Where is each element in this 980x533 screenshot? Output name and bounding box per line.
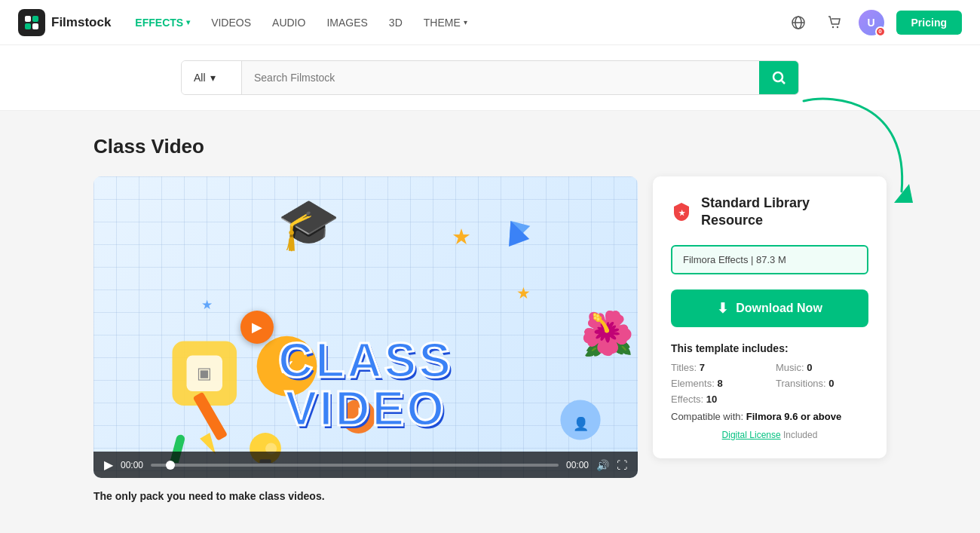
progress-dot xyxy=(166,461,175,470)
effects-item: Effects: 10 xyxy=(671,394,868,405)
video-controls: ▶ 00:00 00:00 🔊 ⛶ xyxy=(93,452,638,478)
main-content: Class Video 🎓 ▣ ✓ ★ ★ xyxy=(75,111,905,526)
nav-videos[interactable]: VIDEOS xyxy=(211,17,251,29)
svg-rect-1 xyxy=(32,16,38,22)
right-panel: ★ Standard Library Resource Filmora Effe… xyxy=(653,176,887,458)
svg-rect-13 xyxy=(187,356,223,392)
play-button[interactable]: ▶ xyxy=(104,458,113,472)
template-grid: Titles: 7 Music: 0 Elements: 8 Transitio… xyxy=(671,362,868,389)
svg-point-9 xyxy=(773,72,782,81)
theme-arrow-icon: ▾ xyxy=(464,18,467,26)
page-title: Class Video xyxy=(93,135,887,158)
svg-text:★: ★ xyxy=(452,225,471,249)
nav-images[interactable]: IMAGES xyxy=(326,17,367,29)
svg-marker-46 xyxy=(894,184,913,203)
svg-rect-22 xyxy=(193,392,228,441)
svg-rect-2 xyxy=(25,23,31,29)
digital-license-link[interactable]: Digital License xyxy=(722,430,781,440)
svg-text:▣: ▣ xyxy=(197,364,212,381)
license-included-text: Included xyxy=(783,430,817,440)
arrow-decoration xyxy=(789,86,924,222)
nav-audio[interactable]: AUDIO xyxy=(272,17,305,29)
download-button[interactable]: ⬇ Download Now xyxy=(671,289,868,327)
svg-text:★: ★ xyxy=(201,298,213,312)
download-icon: ⬇ xyxy=(717,300,728,317)
svg-line-10 xyxy=(782,81,785,84)
play-overlay-icon: ▶ xyxy=(240,311,274,344)
template-includes: This template includes: Titles: 7 Music:… xyxy=(671,342,868,440)
progress-bar[interactable] xyxy=(151,464,559,467)
elements-item: Elements: 8 xyxy=(671,378,764,389)
svg-point-36 xyxy=(560,400,600,440)
svg-text:👤: 👤 xyxy=(573,416,590,432)
time-total: 00:00 xyxy=(566,460,589,470)
video-thumbnail: 🎓 ▣ ✓ ★ ★ ★ xyxy=(93,176,638,478)
avatar-wrap[interactable]: U 0 xyxy=(859,10,884,35)
nav-effects[interactable]: EFFECTS ▾ xyxy=(135,17,190,29)
content-area: 🎓 ▣ ✓ ★ ★ ★ xyxy=(93,176,887,478)
nav: EFFECTS ▾ VIDEOS AUDIO IMAGES 3D THEME ▾ xyxy=(135,17,786,29)
logo-text: Filmstock xyxy=(51,15,111,30)
select-arrow-icon: ▾ xyxy=(210,72,216,84)
license-area: Digital License Included xyxy=(671,430,868,440)
nav-3d[interactable]: 3D xyxy=(389,17,403,29)
includes-title: This template includes: xyxy=(671,342,868,354)
nav-theme[interactable]: THEME ▾ xyxy=(424,17,467,29)
pricing-button[interactable]: Pricing xyxy=(896,11,962,35)
svg-rect-0 xyxy=(25,16,31,22)
logo[interactable]: Filmstock xyxy=(18,9,111,36)
svg-text:🎓: 🎓 xyxy=(277,195,340,254)
compat-item: Compatible with: Filmora 9.6 or above xyxy=(671,411,868,422)
svg-point-8 xyxy=(836,26,838,27)
video-panel: 🎓 ▣ ✓ ★ ★ ★ xyxy=(93,176,638,478)
search-bar: All ▾ xyxy=(181,60,799,95)
transitions-item: Transitions: 0 xyxy=(776,378,868,389)
svg-text:★: ★ xyxy=(516,284,531,302)
file-info-box: Filmora Effects | 87.3 M xyxy=(671,245,868,274)
svg-text:🌺: 🌺 xyxy=(580,308,635,360)
time-current: 00:00 xyxy=(121,460,143,470)
notification-badge: 0 xyxy=(875,26,886,37)
fullscreen-icon[interactable]: ⛶ xyxy=(617,459,627,471)
volume-icon[interactable]: 🔊 xyxy=(596,459,609,471)
svg-point-7 xyxy=(831,26,833,27)
svg-rect-12 xyxy=(173,342,237,406)
svg-text:★: ★ xyxy=(678,209,686,217)
header: Filmstock EFFECTS ▾ VIDEOS AUDIO IMAGES … xyxy=(0,0,980,45)
search-input[interactable] xyxy=(242,61,759,94)
header-right: U 0 Pricing xyxy=(786,10,962,35)
globe-icon[interactable] xyxy=(786,11,810,35)
svg-marker-20 xyxy=(498,213,534,247)
logo-icon xyxy=(18,9,45,36)
effects-arrow-icon: ▾ xyxy=(186,18,190,26)
search-category-select[interactable]: All ▾ xyxy=(182,61,242,94)
svg-rect-3 xyxy=(32,23,38,29)
video-caption: The only pack you need to make class vid… xyxy=(93,490,887,502)
shield-icon: ★ xyxy=(671,201,692,222)
titles-item: Titles: 7 xyxy=(671,362,764,373)
music-item: Music: 0 xyxy=(776,362,868,373)
svg-marker-21 xyxy=(498,217,529,250)
cart-icon[interactable] xyxy=(822,11,847,35)
